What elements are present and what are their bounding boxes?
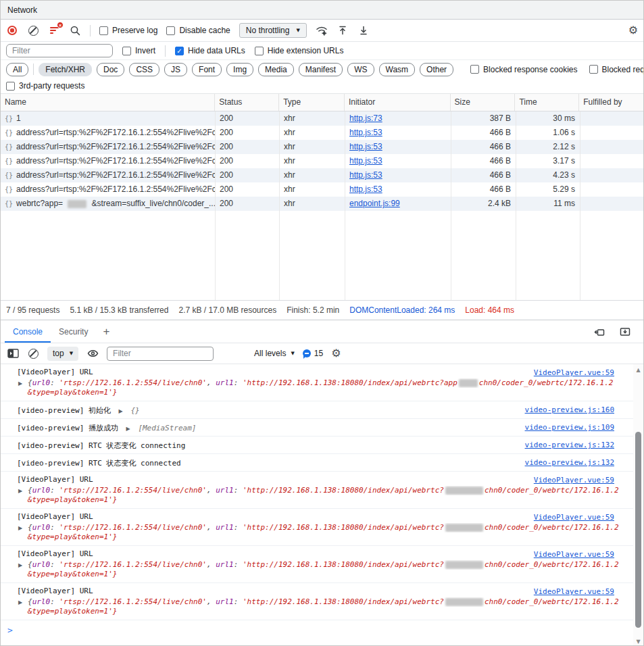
tab-security[interactable]: Security (51, 320, 96, 343)
table-row[interactable]: {}1 200 xhr http.js:73 387 B 30 ms (1, 111, 643, 126)
object-key: url1 (216, 560, 234, 569)
disable-cache-checkbox[interactable]: ✓ Disable cache (166, 26, 230, 35)
source-link[interactable]: VideoPlayer.vue:59 (534, 476, 614, 484)
chip-wasm[interactable]: Wasm (379, 63, 416, 76)
live-expression-eye-icon[interactable] (86, 347, 99, 359)
console-prompt[interactable]: > (1, 620, 643, 635)
source-link[interactable]: VideoPlayer.vue:59 (534, 368, 614, 377)
source-link[interactable]: video-preview.js:160 (525, 405, 614, 414)
search-icon[interactable] (69, 24, 81, 36)
issues-counter[interactable]: 15 (303, 349, 323, 358)
network-filter-icon[interactable]: × (48, 24, 60, 36)
chip-all[interactable]: All (6, 63, 28, 76)
column-header-time[interactable]: Time (515, 94, 579, 111)
log-levels-select[interactable]: All levels ▼ (254, 349, 295, 358)
scrollbar-down-arrow[interactable]: ▼ (633, 639, 643, 645)
settings-gear-icon[interactable]: ⚙ (628, 25, 638, 36)
import-har-icon[interactable] (337, 24, 349, 36)
console-message[interactable]: [video-preview] RTC 状态变化 connected video… (1, 454, 633, 472)
chip-media[interactable]: Media (258, 63, 294, 76)
preserve-log-checkbox[interactable]: ✓ Preserve log (99, 26, 157, 35)
initiator-link[interactable]: http.js:53 (349, 170, 382, 180)
expand-arrow-icon[interactable]: ▶ (18, 524, 22, 532)
console-message[interactable]: [VideoPlayer] URL VideoPlayer.vue:59 ▶ {… (1, 509, 633, 546)
expand-arrow-icon[interactable]: ▶ (126, 426, 130, 432)
request-fulfilled-by (580, 111, 643, 126)
chip-ws[interactable]: WS (347, 63, 374, 76)
source-link[interactable]: video-preview.js:132 (525, 458, 614, 467)
blocked-requests-checkbox[interactable]: ✓ Blocked requests (589, 65, 644, 74)
tab-console[interactable]: Console (5, 320, 51, 343)
scrollbar-up-arrow[interactable]: ▲ (633, 367, 643, 373)
hide-extension-urls-checkbox[interactable]: ✓ Hide extension URLs (255, 46, 344, 55)
chip-doc[interactable]: Doc (97, 63, 124, 76)
column-header-fulfilled-by[interactable]: Fulfilled by (579, 94, 643, 111)
chip-js[interactable]: JS (164, 63, 187, 76)
initiator-link[interactable]: http.js:53 (349, 142, 382, 151)
undock-drawer-icon[interactable] (593, 326, 605, 338)
console-scrollbar[interactable]: ▲ ▼ (633, 364, 643, 646)
initiator-link[interactable]: endpoint.js:99 (349, 199, 400, 208)
console-message[interactable]: [VideoPlayer] URL VideoPlayer.vue:59 ▶ {… (1, 583, 633, 620)
table-row[interactable]: {}address?url=rtsp:%2F%2F172.16.1.2:554%… (1, 168, 643, 182)
invert-checkbox[interactable]: ✓ Invert (122, 46, 155, 55)
table-row[interactable]: {}address?url=rtsp:%2F%2F172.16.1.2:554%… (1, 126, 643, 140)
console-message[interactable]: [VideoPlayer] URL VideoPlayer.vue:59 ▶ {… (1, 364, 633, 401)
expand-arrow-icon[interactable]: ▶ (18, 598, 22, 607)
expand-arrow-icon[interactable]: ▶ (18, 487, 22, 495)
network-conditions-icon[interactable] (316, 24, 328, 36)
chip-manifest[interactable]: Manifest (299, 63, 343, 76)
column-header-initiator[interactable]: Initiator (345, 94, 451, 111)
table-row[interactable]: {}address?url=rtsp:%2F%2F172.16.1.2:554%… (1, 182, 643, 197)
expand-arrow-icon[interactable]: ▶ (119, 408, 123, 414)
throttling-select[interactable]: No throttling ▼ (239, 23, 307, 38)
initiator-link[interactable]: http.js:53 (349, 128, 382, 137)
object-key: url0 (32, 597, 51, 606)
table-row[interactable]: {}webrtc?app=&stream=suffix_live/chn0/co… (1, 197, 643, 211)
console-settings-gear-icon[interactable]: ⚙ (331, 348, 341, 359)
console-message[interactable]: [video-preview] 初始化 ▶ {} video-preview.j… (1, 401, 633, 419)
table-row[interactable]: {}address?url=rtsp:%2F%2F172.16.1.2:554%… (1, 140, 643, 154)
console-filter-input[interactable] (107, 347, 214, 361)
chip-img[interactable]: Img (226, 63, 253, 76)
expand-arrow-icon[interactable]: ▶ (18, 561, 22, 570)
blocked-response-cookies-checkbox[interactable]: ✓ Blocked response cookies (470, 65, 577, 74)
source-link[interactable]: VideoPlayer.vue:59 (534, 513, 614, 522)
record-icon[interactable] (6, 24, 18, 36)
source-link[interactable]: VideoPlayer.vue:59 (534, 550, 614, 559)
column-header-name[interactable]: Name (1, 94, 215, 111)
console-message[interactable]: [video-preview] RTC 状态变化 connecting vide… (1, 437, 633, 454)
export-har-icon[interactable] (357, 24, 370, 36)
source-link[interactable]: VideoPlayer.vue:59 (534, 587, 614, 596)
console-sidebar-icon[interactable] (7, 347, 19, 359)
clear-network-log-icon[interactable] (27, 24, 39, 36)
add-tab-button[interactable]: + (96, 325, 116, 339)
console-message[interactable]: [VideoPlayer] URL VideoPlayer.vue:59 ▶ {… (1, 472, 633, 509)
scrollbar-thumb[interactable] (635, 432, 641, 628)
column-header-size[interactable]: Size (451, 94, 516, 111)
source-link[interactable]: video-preview.js:132 (525, 441, 614, 449)
redacted-text (445, 598, 483, 606)
network-summary-bar: 7 / 95 requests 5.1 kB / 15.3 kB transfe… (1, 300, 643, 320)
table-row[interactable]: {}address?url=rtsp:%2F%2F172.16.1.2:554%… (1, 154, 643, 168)
console-message[interactable]: [video-preview] 播放成功 ▶ [MediaStream] vid… (1, 419, 633, 437)
clear-console-icon[interactable] (27, 347, 39, 359)
chip-fetch-xhr[interactable]: Fetch/XHR (39, 63, 92, 76)
source-link[interactable]: video-preview.js:109 (525, 423, 614, 432)
hide-data-urls-checkbox[interactable]: ✓ Hide data URLs (175, 46, 245, 55)
context-selector[interactable]: top ▼ (47, 347, 78, 361)
column-header-type[interactable]: Type (279, 94, 345, 111)
console-message[interactable]: [VideoPlayer] URL VideoPlayer.vue:59 ▶ {… (1, 546, 633, 583)
initiator-link[interactable]: http.js:53 (349, 184, 382, 194)
initiator-link[interactable]: http.js:73 (349, 114, 382, 123)
initiator-link[interactable]: http.js:53 (349, 156, 382, 166)
chip-css[interactable]: CSS (129, 63, 159, 76)
expand-arrow-icon[interactable]: ▶ (18, 379, 22, 388)
column-header-status[interactable]: Status (215, 94, 279, 111)
chip-font[interactable]: Font (192, 63, 222, 76)
object-sep: , (207, 597, 216, 606)
chip-other[interactable]: Other (420, 63, 453, 76)
network-filter-input[interactable] (6, 44, 113, 57)
third-party-requests-checkbox[interactable]: ✓ 3rd-party requests (6, 81, 84, 91)
dock-bottom-icon[interactable] (619, 326, 631, 338)
